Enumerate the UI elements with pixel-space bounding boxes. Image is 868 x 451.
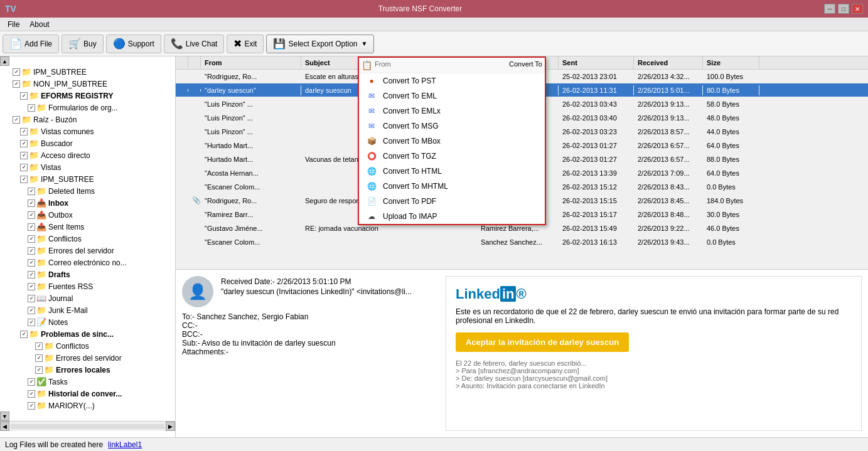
restore-button[interactable]: □ xyxy=(838,4,849,14)
sidebar-item-18[interactable]: 📁Fuentes RSS xyxy=(0,280,175,292)
sidebar-checkbox-12[interactable] xyxy=(28,211,35,219)
sidebar-label-16: Correo electrónico no... xyxy=(48,258,127,267)
sidebar-checkbox-15[interactable] xyxy=(28,247,35,255)
convert-to-pst-item[interactable]: ● Convert To PST xyxy=(359,73,545,88)
convert-to-msg-item[interactable]: ✉ Convert To MSG xyxy=(359,119,545,134)
folder-icon-14: 📁 xyxy=(36,234,46,243)
sidebar-scroll-down[interactable]: ▼ xyxy=(0,411,9,421)
sidebar-item-3[interactable]: 📁Formularios de org... xyxy=(0,102,175,114)
sidebar-item-23[interactable]: 📁Conflictos xyxy=(0,340,175,352)
sidebar-scroll-left[interactable]: ◀ xyxy=(0,422,9,431)
sidebar-checkbox-8[interactable] xyxy=(20,164,28,171)
convert-to-html-item[interactable]: 🌐 Convert To HTML xyxy=(359,164,545,179)
status-link[interactable]: linkLabel1 xyxy=(108,440,142,449)
sidebar-item-15[interactable]: 📁Errores del servidor xyxy=(0,245,175,257)
sidebar-item-26[interactable]: ✅Tasks xyxy=(0,376,175,388)
sidebar-checkbox-4[interactable] xyxy=(13,116,20,124)
sidebar-item-9[interactable]: 📁IPM_SUBTREE xyxy=(0,173,175,185)
sidebar-item-7[interactable]: 📁Acceso directo xyxy=(0,149,175,161)
convert-to-mbox-item[interactable]: 📦 Convert To MBox xyxy=(359,134,545,149)
sidebar-scroll-up[interactable]: ▲ xyxy=(0,56,9,66)
sidebar-item-4[interactable]: 📁Raíz - Buzón xyxy=(0,114,175,125)
upload-to-imap-item[interactable]: ☁ Upload To IMAP xyxy=(359,209,545,224)
sidebar-item-6[interactable]: 📁Buscador xyxy=(0,137,175,149)
menu-about[interactable]: About xyxy=(24,19,54,30)
sidebar-item-22[interactable]: 📁Problemas de sinc... xyxy=(0,328,175,340)
sidebar-checkbox-10[interactable] xyxy=(28,188,35,195)
sidebar-checkbox-27[interactable] xyxy=(28,390,35,398)
received-col-1: 2/26/2013 5:01... xyxy=(634,85,703,95)
sidebar-item-27[interactable]: 📁Historial de conver... xyxy=(0,388,175,400)
sidebar-item-1[interactable]: 📁NON_IPM_SUBTREE xyxy=(0,78,175,90)
add-file-button[interactable]: 📄 Add File xyxy=(3,34,59,53)
sidebar-item-16[interactable]: 📁Correo electrónico no... xyxy=(0,257,175,268)
sidebar-checkbox-24[interactable] xyxy=(35,354,43,362)
sidebar-checkbox-14[interactable] xyxy=(28,235,35,243)
sidebar-checkbox-18[interactable] xyxy=(28,283,35,290)
sidebar-item-20[interactable]: 📁Junk E-Mail xyxy=(0,304,175,316)
sidebar-checkbox-7[interactable] xyxy=(20,152,28,159)
sidebar-checkbox-21[interactable] xyxy=(28,319,35,326)
sidebar-checkbox-28[interactable] xyxy=(28,402,35,410)
convert-to-emlx-item[interactable]: ✉ Convert To EMLx xyxy=(359,103,545,119)
convert-to-pdf-item[interactable]: 📄 Convert To PDF xyxy=(359,194,545,209)
from-col-10: "Ramirez Barr... xyxy=(201,210,301,220)
sidebar-checkbox-9[interactable] xyxy=(20,176,28,183)
sidebar-checkbox-25[interactable] xyxy=(35,366,43,374)
sidebar-scroll-right[interactable]: ▶ xyxy=(166,422,175,431)
content-area: From Subject To Sent Received Size "Rodr… xyxy=(176,56,868,437)
convert-to-eml-item[interactable]: ✉ Convert To EML xyxy=(359,88,545,103)
sidebar-label-4: Raíz - Buzón xyxy=(33,115,77,124)
sidebar-checkbox-19[interactable] xyxy=(28,295,35,302)
sidebar-item-24[interactable]: 📁Errores del servidor xyxy=(0,352,175,364)
sidebar-checkbox-0[interactable] xyxy=(13,68,20,76)
sidebar-item-0[interactable]: 📁IPM_SUBTREE xyxy=(0,66,175,78)
sidebar-item-2[interactable]: 📁EFORMS REGISTRY xyxy=(0,90,175,102)
exit-button[interactable]: ✖ Exit xyxy=(227,34,264,53)
convert-to-mhtml-item[interactable]: 🌐 Convert To MHTML xyxy=(359,179,545,194)
sidebar-item-5[interactable]: 📁Vistas comunes xyxy=(0,125,175,137)
convert-to-tgz-item[interactable]: ⭕ Convert To TGZ xyxy=(359,149,545,164)
sidebar-checkbox-26[interactable] xyxy=(28,378,35,386)
sidebar-item-13[interactable]: 📤Sent Items xyxy=(0,221,175,233)
sidebar-item-17[interactable]: 📁Drafts xyxy=(0,268,175,280)
sidebar-label-13: Sent Items xyxy=(48,223,84,231)
sidebar-item-25[interactable]: 📁Errores locales xyxy=(0,364,175,376)
from-col-2: "Luis Pinzon" ... xyxy=(201,99,301,109)
buy-button[interactable]: 🛒 Buy xyxy=(62,34,104,53)
sidebar-checkbox-17[interactable] xyxy=(28,271,35,279)
sidebar-label-6: Buscador xyxy=(41,139,73,148)
sidebar-checkbox-11[interactable] xyxy=(28,199,35,207)
sidebar-checkbox-13[interactable] xyxy=(28,223,35,231)
sidebar-checkbox-16[interactable] xyxy=(28,259,35,267)
sidebar-item-8[interactable]: 📁Vistas xyxy=(0,161,175,173)
sidebar-item-19[interactable]: 📖Journal xyxy=(0,292,175,304)
sidebar-item-12[interactable]: 📤Outbox xyxy=(0,209,175,221)
sidebar-checkbox-23[interactable] xyxy=(35,342,43,350)
sidebar-checkbox-22[interactable] xyxy=(20,331,28,338)
sidebar-checkbox-6[interactable] xyxy=(20,140,28,147)
sidebar-item-14[interactable]: 📁Conflictos xyxy=(0,233,175,245)
sidebar-checkbox-1[interactable] xyxy=(13,80,20,88)
convert-dropdown-menu: 📋 From Convert To ● Convert To PST ✉ Con… xyxy=(358,56,546,225)
sent-col-3: 26-02-2013 03:40 xyxy=(559,113,634,123)
sidebar-checkbox-20[interactable] xyxy=(28,307,35,314)
export-option-button[interactable]: 💾 Select Export Option ▼ xyxy=(266,34,374,53)
live-chat-button[interactable]: 📞 Live Chat xyxy=(164,34,225,53)
minimize-button[interactable]: ─ xyxy=(824,4,835,14)
menu-file[interactable]: File xyxy=(3,19,24,30)
sidebar-checkbox-5[interactable] xyxy=(20,128,28,135)
close-button[interactable]: ✕ xyxy=(852,4,863,14)
folder-icon-23: 📁 xyxy=(44,341,54,351)
folder-icon-27: 📁 xyxy=(36,389,46,398)
sidebar-item-10[interactable]: 📁Deleted Items xyxy=(0,185,175,197)
sidebar-item-28[interactable]: 📁MARIORY(...) xyxy=(0,400,175,411)
support-button[interactable]: 🔵 Support xyxy=(106,34,161,53)
email-row-12[interactable]: "Escaner Colom...Sanchez Sanchez...26-02… xyxy=(176,235,868,249)
size-col-0: 100.0 Bytes xyxy=(703,72,759,82)
sidebar-checkbox-2[interactable] xyxy=(20,92,28,100)
sidebar-item-21[interactable]: 📝Notes xyxy=(0,316,175,328)
sidebar-checkbox-3[interactable] xyxy=(28,104,35,112)
linkedin-accept-button[interactable]: Aceptar la invitación de darley suescun xyxy=(456,332,629,352)
sidebar-item-11[interactable]: 📥Inbox xyxy=(0,197,175,209)
